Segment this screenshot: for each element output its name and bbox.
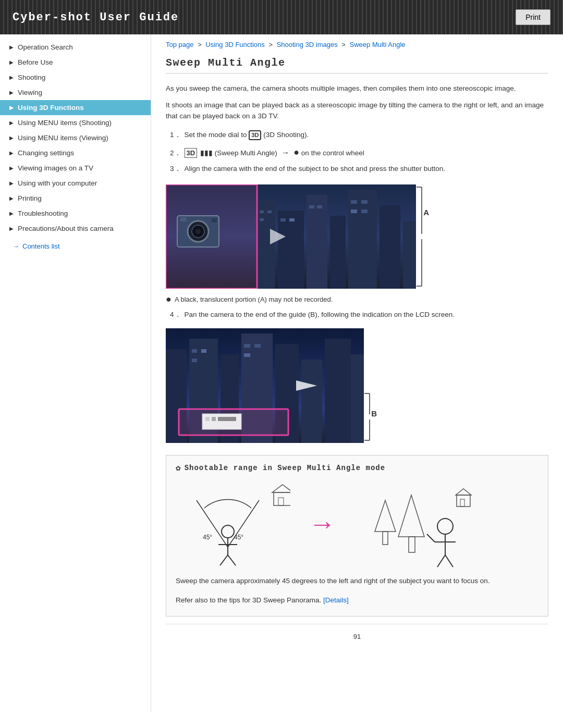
tip-footer-text-1: Sweep the camera approximately 45 degree… (176, 575, 538, 587)
svg-rect-4 (330, 216, 346, 289)
step-3-text: Align the camera with the end of the sub… (185, 163, 446, 175)
svg-rect-16 (361, 200, 368, 204)
breadcrumb-sep-3: > (341, 41, 347, 48)
sidebar-item-0[interactable]: ▶Operation Search (0, 40, 151, 55)
bracket-a-svg (414, 184, 430, 289)
svg-rect-10 (260, 218, 264, 221)
sidebar-item-8[interactable]: ▶Viewing images on a TV (0, 161, 151, 176)
step-3-num: 3． (170, 163, 181, 175)
sidebar-item-1[interactable]: ▶Before Use (0, 55, 151, 70)
app-title: Cyber-shot User Guide (13, 11, 179, 24)
svg-rect-6 (380, 205, 400, 289)
sidebar-label-7: Changing settings (18, 149, 74, 157)
svg-rect-64 (274, 492, 290, 505)
svg-rect-65 (278, 498, 284, 505)
sidebar-item-10[interactable]: ▶Printing (0, 191, 151, 206)
main-content: Top page > Using 3D Functions > Shooting… (151, 34, 563, 712)
tip-header: ✿ Shootable range in Sweep Multi Angle m… (176, 463, 538, 473)
svg-rect-77 (457, 495, 470, 507)
tip-icon: ✿ (176, 463, 181, 473)
sidebar-label-3: Viewing (18, 89, 42, 96)
sidebar-item-11[interactable]: ▶Troubleshooting (0, 206, 151, 221)
header: Cyber-shot User Guide Print (0, 0, 563, 34)
breadcrumb-using3d[interactable]: Using 3D Functions (205, 41, 264, 48)
svg-rect-40 (192, 349, 197, 353)
svg-text:45°: 45° (234, 534, 243, 541)
svg-line-61 (220, 555, 228, 565)
svg-line-75 (445, 555, 453, 567)
svg-rect-78 (460, 499, 464, 507)
svg-rect-24 (212, 218, 217, 223)
sidebar-item-3[interactable]: ▶Viewing (0, 85, 151, 100)
svg-rect-12 (289, 218, 295, 221)
print-button[interactable]: Print (516, 9, 550, 25)
sidebar-label-10: Printing (18, 194, 42, 202)
svg-rect-43 (244, 344, 250, 348)
bullet-note-text: A black, translucent portion (A) may not… (175, 295, 333, 303)
svg-marker-66 (375, 500, 396, 532)
svg-rect-37 (301, 360, 322, 443)
svg-rect-41 (201, 349, 206, 353)
sidebar-label-0: Operation Search (18, 43, 73, 51)
sidebar: ▶Operation Search▶Before Use▶Shooting▶Vi… (0, 34, 151, 712)
sidebar-item-12[interactable]: ▶Precautions/About this camera (0, 221, 151, 236)
breadcrumb-sep-2: > (268, 41, 274, 48)
sidebar-label-2: Shooting (18, 73, 45, 81)
svg-rect-17 (351, 209, 357, 213)
intro-text-1: As you sweep the camera, the camera shoo… (166, 83, 548, 94)
sidebar-arrow-icon-5: ▶ (9, 120, 14, 126)
sidebar-arrow-icon-12: ▶ (9, 226, 14, 231)
circle-dot: ● (293, 147, 299, 157)
sidebar-arrow-icon-9: ▶ (9, 180, 14, 186)
sidebar-item-7[interactable]: ▶Changing settings (0, 145, 151, 161)
sidebar-label-9: Using with your computer (18, 179, 97, 187)
sidebar-item-9[interactable]: ▶Using with your computer (0, 176, 151, 191)
svg-rect-67 (383, 532, 388, 545)
person-left-svg: 45° 45° (176, 479, 290, 568)
sidebar-item-5[interactable]: ▶Using MENU items (Shooting) (0, 115, 151, 130)
svg-rect-14 (317, 205, 322, 208)
label-b: B (371, 409, 377, 418)
page-title: Sweep Multi Angle (166, 57, 548, 73)
svg-rect-38 (325, 339, 351, 443)
svg-rect-13 (309, 205, 314, 208)
svg-marker-68 (398, 495, 424, 537)
contents-list-link[interactable]: → Contents list (0, 236, 151, 256)
sidebar-label-8: Viewing images on a TV (18, 164, 93, 172)
breadcrumb-sweep[interactable]: Sweep Multi Angle (350, 41, 406, 48)
step-4: 4． Pan the camera to the end of the guid… (170, 309, 548, 321)
label-a: A (423, 208, 429, 217)
arrow-sym: → (281, 148, 289, 157)
step-2: 2． 3D ▮▮▮ (Sweep Multi Angle) → ● on the… (170, 144, 548, 161)
pink-arrow-icon: → (309, 510, 336, 537)
breadcrumb-top[interactable]: Top page (166, 41, 194, 48)
step-4-text: Pan the camera to the end of the guide (… (185, 309, 455, 321)
svg-rect-9 (267, 211, 272, 213)
step-4-num: 4． (170, 309, 181, 321)
svg-rect-25 (180, 217, 187, 221)
sidebar-item-2[interactable]: ▶Shooting (0, 70, 151, 85)
3d-badge: 3D (249, 130, 261, 140)
sidebar-item-4[interactable]: ▶Using 3D Functions (0, 100, 151, 115)
svg-point-58 (222, 525, 234, 538)
svg-rect-45 (244, 353, 250, 357)
sidebar-arrow-icon-10: ▶ (9, 195, 14, 201)
sweep-icon: 3D (185, 148, 198, 158)
sidebar-arrow-icon-1: ▶ (9, 59, 14, 65)
svg-rect-18 (361, 209, 368, 213)
bullet-note: ● A black, translucent portion (A) may n… (166, 295, 548, 304)
svg-rect-44 (254, 344, 261, 348)
svg-rect-49 (205, 417, 210, 421)
breadcrumb-shooting3d[interactable]: Shooting 3D images (277, 41, 338, 48)
svg-line-73 (427, 534, 435, 542)
sidebar-item-6[interactable]: ▶Using MENU items (Viewing) (0, 130, 151, 145)
steps-list: 1． Set the mode dial to 3D (3D Shooting)… (170, 129, 548, 175)
details-link[interactable]: [Details] (323, 596, 349, 604)
page-number: 91 (166, 624, 548, 646)
image-container-1: A (166, 184, 416, 290)
sidebar-label-12: Precautions/About this camera (18, 225, 114, 232)
intro-text-2: It shoots an image that can be played ba… (166, 100, 548, 122)
sidebar-arrow-icon-3: ▶ (9, 90, 14, 95)
step-2-num: 2． (170, 147, 181, 159)
tip-box: ✿ Shootable range in Sweep Multi Angle m… (166, 455, 548, 616)
